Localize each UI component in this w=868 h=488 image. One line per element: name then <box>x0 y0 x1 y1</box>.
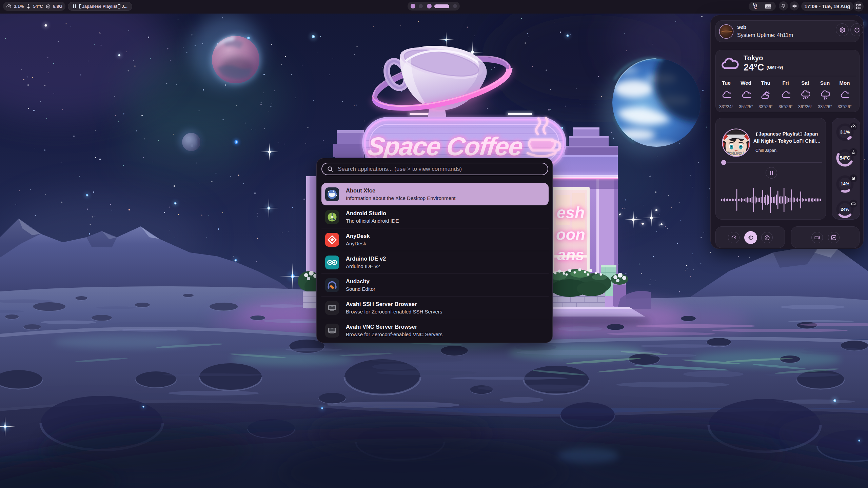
svg-text:54°C: 54°C <box>840 155 850 161</box>
svg-text:14%: 14% <box>841 182 849 186</box>
svg-text:Space Coffee: Space Coffee <box>366 132 524 161</box>
svg-text:24%: 24% <box>841 207 849 212</box>
svg-text:oon: oon <box>556 225 585 243</box>
svg-text:3.1%: 3.1% <box>840 130 850 135</box>
svg-text:esh: esh <box>557 204 585 222</box>
